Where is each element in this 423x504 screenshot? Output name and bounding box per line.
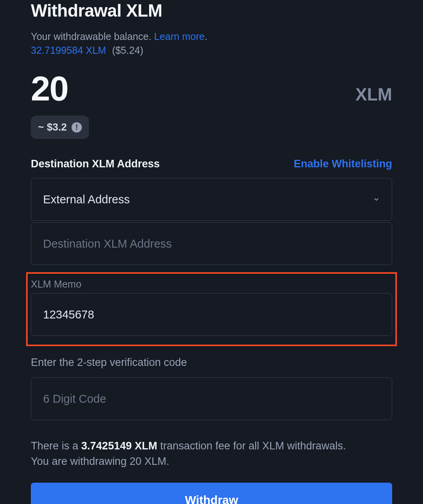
memo-label: XLM Memo [31,279,392,290]
memo-highlight-box: XLM Memo [26,272,397,346]
learn-more-link[interactable]: Learn more [154,31,205,42]
fee-prefix: There is a [31,440,81,452]
fee-suffix1: transaction fee for all XLM withdrawals. [157,440,346,452]
approx-usd-text: ~ $3.2 [38,121,67,133]
balance-usd: ($5.24) [112,45,143,56]
balance-amount-link[interactable]: 32.7199584 XLM [31,45,106,56]
enable-whitelisting-link[interactable]: Enable Whitelisting [294,158,392,170]
memo-input[interactable] [31,293,392,336]
fee-suffix2: You are withdrawing 20 XLM. [31,455,169,467]
destination-label: Destination XLM Address [31,158,160,170]
chevron-down-icon [373,196,380,203]
fee-notice: There is a 3.7425149 XLM transaction fee… [31,438,392,469]
verification-code-input[interactable] [31,377,392,420]
subtitle-suffix: . [205,31,208,42]
page-title: Withdrawal XLM [31,0,392,21]
withdraw-button[interactable]: Withdraw [31,483,392,504]
verification-label: Enter the 2-step verification code [31,356,392,369]
subtitle-text: Your withdrawable balance. [31,31,154,42]
withdrawal-amount[interactable]: 20 [31,71,68,106]
dropdown-selected-text: External Address [43,193,130,206]
currency-label: XLM [355,85,392,104]
fee-amount: 3.7425149 XLM [81,440,157,452]
address-type-dropdown[interactable]: External Address [31,178,392,221]
approx-usd-badge: ~ $3.2 ! [31,116,89,139]
info-icon[interactable]: ! [72,122,82,133]
destination-address-input[interactable] [31,222,392,265]
